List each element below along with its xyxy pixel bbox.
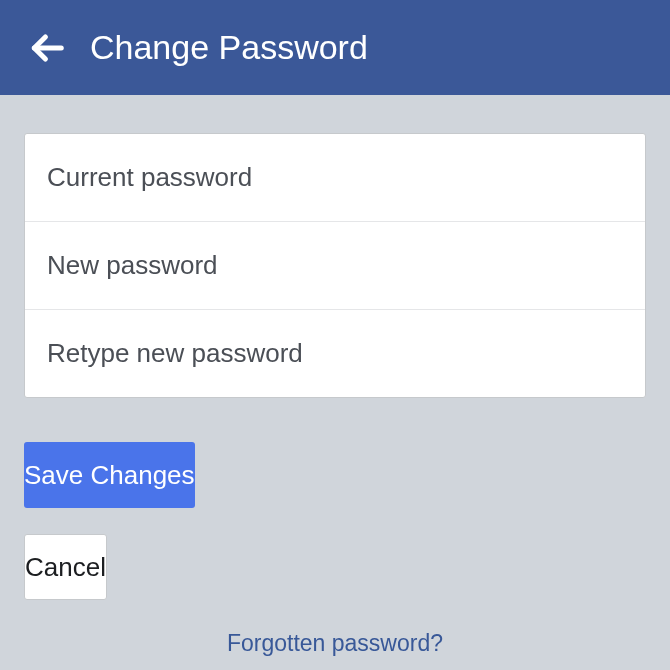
- back-arrow-icon[interactable]: [28, 29, 66, 67]
- password-form-card: [24, 133, 646, 398]
- cancel-button[interactable]: Cancel: [24, 534, 107, 600]
- save-changes-button[interactable]: Save Changes: [24, 442, 195, 508]
- page-title: Change Password: [90, 28, 368, 67]
- new-password-field[interactable]: [25, 222, 645, 309]
- current-password-row: [25, 134, 645, 222]
- current-password-field[interactable]: [25, 134, 645, 221]
- forgot-link-row: Forgotten password?: [0, 630, 670, 657]
- retype-password-row: [25, 310, 645, 397]
- new-password-row: [25, 222, 645, 310]
- forgotten-password-link[interactable]: Forgotten password?: [227, 630, 443, 656]
- retype-password-field[interactable]: [25, 310, 645, 397]
- app-header: Change Password: [0, 0, 670, 95]
